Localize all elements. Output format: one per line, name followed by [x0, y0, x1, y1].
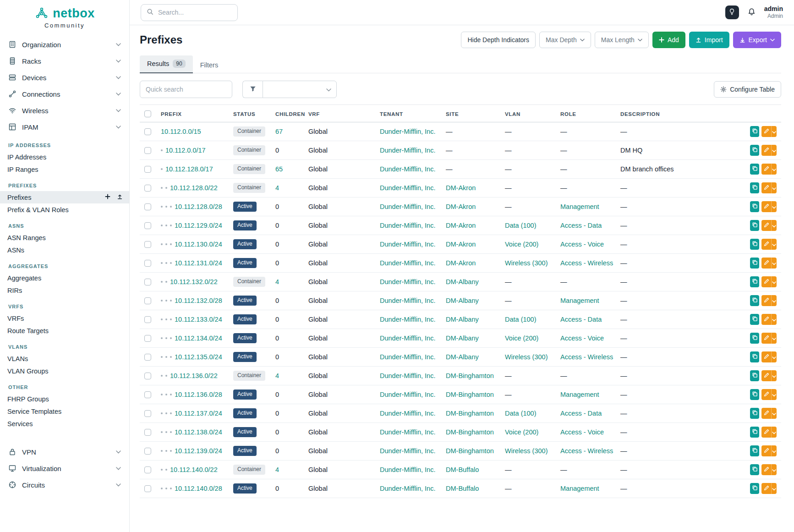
site-link[interactable]: DM-Buffalo	[446, 466, 479, 473]
clone-button[interactable]	[750, 276, 759, 287]
edit-dropdown-button[interactable]	[771, 164, 777, 175]
prefix-link[interactable]: 10.112.128.0/28	[175, 203, 222, 210]
tenant-link[interactable]: Dunder-Mifflin, Inc.	[380, 335, 435, 342]
role-link[interactable]: Access - Data	[560, 316, 602, 323]
column-header-tenant[interactable]: TENANT	[375, 105, 441, 122]
prefix-link[interactable]: 10.112.133.0/24	[175, 316, 222, 323]
clone-button[interactable]	[750, 314, 759, 325]
row-checkbox[interactable]	[144, 466, 151, 473]
edit-button[interactable]	[761, 314, 771, 325]
site-link[interactable]: DM-Binghamton	[446, 391, 494, 398]
edit-dropdown-button[interactable]	[771, 182, 777, 193]
edit-button[interactable]	[761, 276, 771, 287]
column-header-description[interactable]: DESCRIPTION	[616, 105, 745, 122]
tenant-link[interactable]: Dunder-Mifflin, Inc.	[380, 259, 435, 267]
children-count-link[interactable]: 4	[275, 372, 279, 379]
vlan-link[interactable]: Voice (200)	[505, 428, 538, 436]
children-count-link[interactable]: 4	[275, 278, 279, 285]
add-button[interactable]: Add	[652, 32, 685, 48]
edit-button[interactable]	[761, 333, 771, 344]
tenant-link[interactable]: Dunder-Mifflin, Inc.	[380, 447, 435, 455]
clone-button[interactable]	[750, 427, 759, 438]
column-header-role[interactable]: ROLE	[556, 105, 616, 122]
role-link[interactable]: Access - Data	[560, 222, 602, 229]
site-link[interactable]: DM-Buffalo	[446, 485, 479, 492]
sidebar-item-vlan-groups[interactable]: VLAN Groups	[0, 365, 129, 377]
site-link[interactable]: DM-Akron	[446, 259, 476, 267]
children-count-link[interactable]: 4	[275, 466, 279, 473]
edit-dropdown-button[interactable]	[771, 201, 777, 212]
sidebar-item-prefix-vlan-roles[interactable]: Prefix & VLAN Roles	[0, 203, 129, 216]
row-checkbox[interactable]	[144, 166, 151, 173]
vlan-link[interactable]: Data (100)	[505, 316, 537, 323]
edit-button[interactable]	[761, 295, 771, 306]
edit-button[interactable]	[761, 408, 771, 419]
sidebar-group-virtualization[interactable]: Virtualization	[0, 460, 129, 477]
role-link[interactable]: Access - Voice	[560, 428, 604, 436]
prefix-link[interactable]: 10.112.131.0/24	[175, 259, 222, 267]
tenant-link[interactable]: Dunder-Mifflin, Inc.	[380, 128, 435, 135]
clone-button[interactable]	[750, 182, 759, 193]
sidebar-item-services[interactable]: Services	[0, 417, 129, 430]
edit-button[interactable]	[761, 164, 771, 175]
vlan-link[interactable]: Wireless (300)	[505, 353, 548, 361]
row-checkbox[interactable]	[144, 391, 151, 398]
site-link[interactable]: DM-Albany	[446, 353, 479, 361]
prefix-link[interactable]: 10.112.137.0/24	[175, 410, 222, 417]
tenant-link[interactable]: Dunder-Mifflin, Inc.	[380, 297, 435, 304]
hide-depth-indicators-button[interactable]: Hide Depth Indicators	[461, 32, 536, 48]
sidebar-item-fhrp-groups[interactable]: FHRP Groups	[0, 393, 129, 405]
role-link[interactable]: Management	[560, 297, 599, 304]
sidebar-item-ip-ranges[interactable]: IP Ranges	[0, 163, 129, 176]
prefix-link[interactable]: 10.112.135.0/24	[175, 353, 222, 361]
edit-dropdown-button[interactable]	[771, 370, 777, 381]
sidebar-item-route-targets[interactable]: Route Targets	[0, 324, 129, 337]
row-checkbox[interactable]	[144, 429, 151, 436]
edit-button[interactable]	[761, 370, 771, 381]
sidebar-group-connections[interactable]: Connections	[0, 86, 129, 102]
row-checkbox[interactable]	[144, 448, 151, 455]
user-menu[interactable]: admin Admin	[764, 5, 783, 19]
edit-button[interactable]	[761, 389, 771, 400]
vlan-link[interactable]: Data (100)	[505, 222, 537, 229]
sidebar-group-devices[interactable]: Devices	[0, 69, 129, 86]
prefix-link[interactable]: 10.112.129.0/24	[175, 222, 222, 229]
edit-dropdown-button[interactable]	[771, 220, 777, 231]
role-link[interactable]: Management	[560, 203, 599, 210]
edit-dropdown-button[interactable]	[771, 445, 777, 456]
role-link[interactable]: Access - Wireless	[560, 447, 613, 455]
vlan-link[interactable]: Voice (200)	[505, 241, 538, 248]
edit-dropdown-button[interactable]	[771, 258, 777, 269]
column-header-children[interactable]: CHILDREN	[271, 105, 304, 122]
sidebar-item-service-templates[interactable]: Service Templates	[0, 405, 129, 417]
edit-dropdown-button[interactable]	[771, 314, 777, 325]
role-link[interactable]: Management	[560, 485, 599, 492]
row-checkbox[interactable]	[144, 128, 151, 135]
configure-table-button[interactable]: Configure Table	[714, 81, 781, 98]
column-header-vlan[interactable]: VLAN	[500, 105, 556, 122]
edit-button[interactable]	[761, 464, 771, 475]
children-count-link[interactable]: 67	[275, 128, 283, 135]
sidebar-item-asns[interactable]: ASNs	[0, 244, 129, 256]
prefix-link[interactable]: 10.112.130.0/24	[175, 241, 222, 248]
clone-button[interactable]	[750, 164, 759, 175]
edit-dropdown-button[interactable]	[771, 464, 777, 475]
column-header-site[interactable]: SITE	[441, 105, 500, 122]
column-header-vrf[interactable]: VRF	[304, 105, 375, 122]
quick-add-button[interactable]	[105, 194, 110, 201]
row-checkbox[interactable]	[144, 185, 151, 192]
edit-button[interactable]	[761, 258, 771, 269]
site-link[interactable]: DM-Binghamton	[446, 447, 494, 455]
column-header-prefix[interactable]: PREFIX	[156, 105, 229, 122]
max-length-dropdown[interactable]: Max Length	[595, 32, 649, 48]
row-checkbox[interactable]	[144, 485, 151, 492]
clone-button[interactable]	[750, 145, 759, 156]
prefix-link[interactable]: 10.112.139.0/24	[175, 447, 222, 455]
site-link[interactable]: DM-Akron	[446, 203, 476, 210]
max-depth-dropdown[interactable]: Max Depth	[539, 32, 591, 48]
site-link[interactable]: DM-Binghamton	[446, 428, 494, 436]
site-link[interactable]: DM-Albany	[446, 278, 479, 285]
prefix-link[interactable]: 10.112.140.0/22	[170, 466, 218, 473]
edit-dropdown-button[interactable]	[771, 145, 777, 156]
clone-button[interactable]	[750, 483, 759, 494]
